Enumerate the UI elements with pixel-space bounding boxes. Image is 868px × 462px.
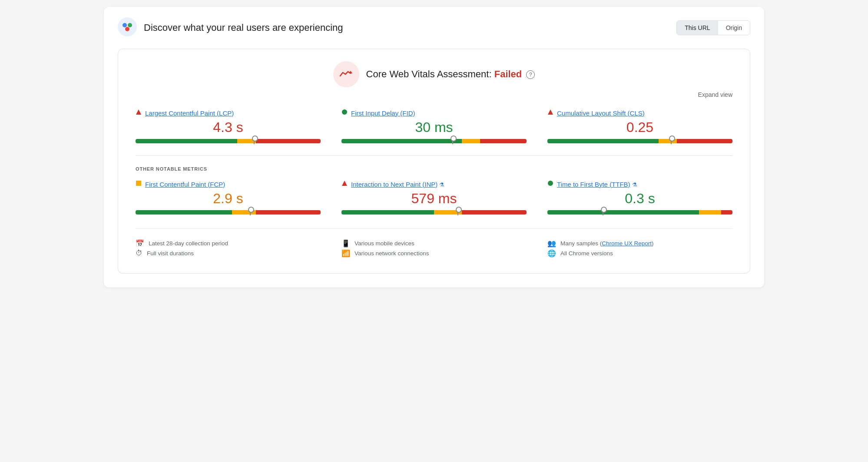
origin-button[interactable]: Origin xyxy=(718,21,750,35)
fcp-name[interactable]: First Contentful Paint (FCP) xyxy=(145,181,225,188)
metric-card-inp: Interaction to Next Paint (INP)⚗ 579 ms xyxy=(341,180,527,214)
cls-indicator xyxy=(547,109,553,117)
assessment-header: Core Web Vitals Assessment: Failed ? xyxy=(136,61,732,87)
ttfb-name[interactable]: Time to First Byte (TTFB)⚗ xyxy=(557,181,637,188)
fcp-value: 2.9 s xyxy=(136,191,321,207)
footer-icon: 📱 xyxy=(341,239,350,248)
footer-text: All Chrome versions xyxy=(560,250,613,257)
footer-text: Various mobile devices xyxy=(354,240,414,247)
assessment-title: Core Web Vitals Assessment: Failed ? xyxy=(366,69,535,79)
bar-marker xyxy=(603,208,603,215)
svg-marker-5 xyxy=(136,109,141,115)
url-origin-toggle[interactable]: This URL Origin xyxy=(676,20,750,35)
footer-item: ⏱Full visit durations xyxy=(136,249,321,257)
metric-bar xyxy=(136,210,321,214)
footer-col-3: 👥Many samples (Chrome UX Report)🌐All Chr… xyxy=(547,239,732,259)
svg-marker-7 xyxy=(548,109,553,115)
fid-name[interactable]: First Input Delay (FID) xyxy=(351,109,415,117)
footer-col-2: 📱Various mobile devices📶Various network … xyxy=(341,239,527,259)
inp-indicator xyxy=(341,180,348,188)
ttfb-indicator-icon xyxy=(547,180,553,186)
metric-card-lcp: Largest Contentful Paint (LCP) 4.3 s xyxy=(136,109,321,143)
metric-card-ttfb: Time to First Byte (TTFB)⚗ 0.3 s xyxy=(547,180,732,214)
page-header: Discover what your real users are experi… xyxy=(118,17,750,38)
page-title: Discover what your real users are experi… xyxy=(144,22,343,33)
footer-icon: 📶 xyxy=(341,249,350,257)
bar-marker xyxy=(457,208,458,215)
inp-name[interactable]: Interaction to Next Paint (INP)⚗ xyxy=(351,181,444,188)
footer-icon: 👥 xyxy=(547,239,556,248)
svg-point-3 xyxy=(125,27,129,31)
footer-icon: ⏱ xyxy=(136,249,142,257)
main-panel: Core Web Vitals Assessment: Failed ? Exp… xyxy=(118,49,750,274)
other-metrics-label: OTHER NOTABLE METRICS xyxy=(136,166,732,172)
footer-text: Latest 28-day collection period xyxy=(149,240,228,247)
metric-bar xyxy=(341,210,527,214)
assessment-icon xyxy=(333,61,359,87)
bar-marker xyxy=(671,137,672,144)
help-icon[interactable]: ? xyxy=(526,70,535,79)
logo-icon xyxy=(118,17,137,38)
svg-point-2 xyxy=(128,23,132,27)
metric-name-row-inp: Interaction to Next Paint (INP)⚗ xyxy=(341,180,527,188)
footer-item: 🌐All Chrome versions xyxy=(547,249,732,257)
inp-value: 579 ms xyxy=(341,191,527,207)
bar-marker xyxy=(254,137,255,144)
core-metrics-grid: Largest Contentful Paint (LCP) 4.3 s Fir… xyxy=(136,109,732,143)
expand-view-container: Expand view xyxy=(136,91,732,99)
metric-name-row-cls: Cumulative Layout Shift (CLS) xyxy=(547,109,732,117)
footer-link[interactable]: Chrome UX Report xyxy=(602,240,652,247)
fid-indicator-icon xyxy=(341,109,348,115)
metric-card-cls: Cumulative Layout Shift (CLS) 0.25 xyxy=(547,109,732,143)
footer-item: 📶Various network connections xyxy=(341,249,527,257)
ttfb-value: 0.3 s xyxy=(547,191,732,207)
metric-name-row-lcp: Largest Contentful Paint (LCP) xyxy=(136,109,321,117)
lcp-indicator xyxy=(136,109,142,117)
footer-text: Many samples (Chrome UX Report) xyxy=(560,240,654,247)
assessment-status: Failed xyxy=(494,69,522,79)
footer-icon: 📅 xyxy=(136,239,144,248)
assessment-title-row: Core Web Vitals Assessment: Failed ? xyxy=(366,69,535,80)
svg-point-10 xyxy=(548,181,553,186)
inp-indicator-icon xyxy=(341,180,348,186)
footer-icon: 🌐 xyxy=(547,249,556,257)
cls-name[interactable]: Cumulative Layout Shift (CLS) xyxy=(557,109,645,117)
expand-view-link[interactable]: Expand view xyxy=(698,91,732,98)
metric-name-row-fid: First Input Delay (FID) xyxy=(341,109,527,117)
inp-flask-icon: ⚗ xyxy=(439,182,444,188)
fcp-indicator xyxy=(136,180,142,188)
other-metrics-grid: First Contentful Paint (FCP) 2.9 s Inter… xyxy=(136,180,732,214)
svg-point-6 xyxy=(342,109,347,115)
lcp-name[interactable]: Largest Contentful Paint (LCP) xyxy=(145,109,234,117)
lcp-indicator-icon xyxy=(136,109,142,115)
bar-marker xyxy=(452,137,453,144)
fcp-indicator-icon xyxy=(136,180,142,186)
metric-card-fid: First Input Delay (FID) 30 ms xyxy=(341,109,527,143)
this-url-button[interactable]: This URL xyxy=(677,21,718,35)
lcp-value: 4.3 s xyxy=(136,119,321,135)
bar-marker xyxy=(250,208,251,215)
metric-bar xyxy=(547,139,732,143)
fid-indicator xyxy=(341,109,348,117)
fid-value: 30 ms xyxy=(341,119,527,135)
cls-value: 0.25 xyxy=(547,119,732,135)
svg-rect-8 xyxy=(136,181,141,186)
divider xyxy=(136,155,732,156)
ttfb-flask-icon: ⚗ xyxy=(632,182,637,188)
cls-indicator-icon xyxy=(547,109,553,115)
svg-point-1 xyxy=(123,23,127,27)
metric-name-row-fcp: First Contentful Paint (FCP) xyxy=(136,180,321,188)
metric-bar xyxy=(547,210,732,214)
footer-col-1: 📅Latest 28-day collection period⏱Full vi… xyxy=(136,239,321,259)
ttfb-indicator xyxy=(547,180,553,188)
footer-item: 👥Many samples (Chrome UX Report) xyxy=(547,239,732,248)
metric-bar xyxy=(136,139,321,143)
footer-item: 📅Latest 28-day collection period xyxy=(136,239,321,248)
footer-text: Full visit durations xyxy=(147,250,194,257)
footer-text: Various network connections xyxy=(354,250,429,257)
footer: 📅Latest 28-day collection period⏱Full vi… xyxy=(136,228,732,259)
metric-bar xyxy=(341,139,527,143)
metric-card-fcp: First Contentful Paint (FCP) 2.9 s xyxy=(136,180,321,214)
metric-name-row-ttfb: Time to First Byte (TTFB)⚗ xyxy=(547,180,732,188)
footer-item: 📱Various mobile devices xyxy=(341,239,527,248)
